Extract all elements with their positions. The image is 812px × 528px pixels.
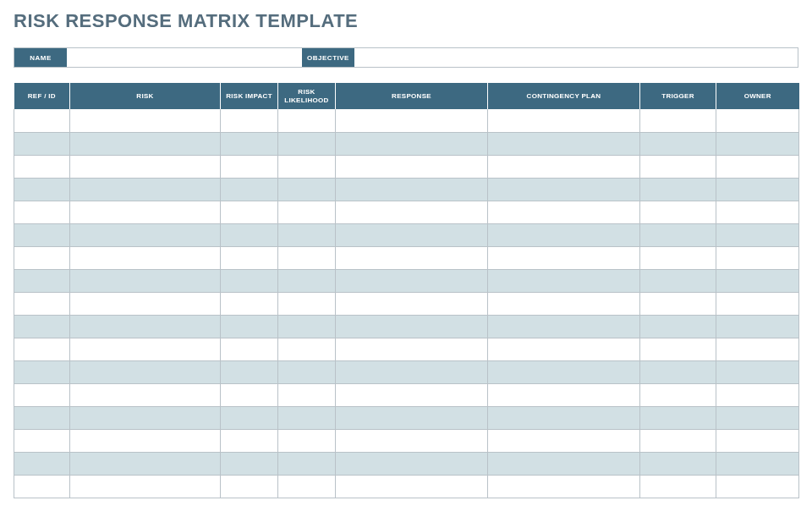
cell-input[interactable] [222, 157, 276, 176]
cell-input[interactable] [490, 111, 638, 130]
cell-input[interactable] [337, 409, 486, 427]
cell-input[interactable] [337, 111, 486, 130]
cell-input[interactable] [490, 249, 638, 267]
cell-input[interactable] [280, 249, 333, 267]
cell-input[interactable] [222, 477, 276, 496]
cell-input[interactable] [718, 272, 797, 290]
cell-input[interactable] [490, 272, 638, 290]
cell-input[interactable] [222, 454, 276, 473]
cell-input[interactable] [337, 317, 486, 336]
cell-input[interactable] [16, 294, 68, 313]
cell-input[interactable] [16, 249, 68, 267]
cell-input[interactable] [16, 135, 68, 153]
cell-input[interactable] [222, 432, 276, 450]
cell-input[interactable] [280, 317, 333, 336]
cell-input[interactable] [337, 386, 486, 404]
cell-input[interactable] [337, 180, 486, 199]
cell-input[interactable] [72, 135, 218, 153]
cell-input[interactable] [642, 272, 714, 290]
cell-input[interactable] [280, 454, 333, 473]
cell-input[interactable] [490, 409, 638, 427]
cell-input[interactable] [642, 157, 714, 176]
cell-input[interactable] [16, 386, 68, 404]
cell-input[interactable] [490, 135, 638, 153]
cell-input[interactable] [16, 317, 68, 336]
cell-input[interactable] [642, 249, 714, 267]
cell-input[interactable] [642, 317, 714, 336]
cell-input[interactable] [642, 203, 714, 222]
cell-input[interactable] [490, 203, 638, 222]
cell-input[interactable] [16, 454, 68, 473]
cell-input[interactable] [718, 317, 797, 336]
cell-input[interactable] [642, 477, 714, 496]
cell-input[interactable] [280, 340, 333, 359]
cell-input[interactable] [642, 363, 714, 382]
cell-input[interactable] [280, 135, 333, 153]
cell-input[interactable] [718, 226, 797, 245]
cell-input[interactable] [718, 111, 797, 130]
cell-input[interactable] [16, 180, 68, 199]
cell-input[interactable] [718, 135, 797, 153]
cell-input[interactable] [16, 432, 68, 450]
cell-input[interactable] [337, 226, 486, 245]
cell-input[interactable] [280, 363, 333, 382]
cell-input[interactable] [337, 249, 486, 267]
cell-input[interactable] [718, 340, 797, 359]
cell-input[interactable] [222, 135, 276, 153]
cell-input[interactable] [222, 340, 276, 359]
cell-input[interactable] [490, 294, 638, 313]
cell-input[interactable] [490, 454, 638, 473]
cell-input[interactable] [222, 203, 276, 222]
cell-input[interactable] [72, 386, 218, 404]
cell-input[interactable] [490, 180, 638, 199]
cell-input[interactable] [72, 409, 218, 427]
cell-input[interactable] [337, 157, 486, 176]
cell-input[interactable] [222, 317, 276, 336]
cell-input[interactable] [642, 180, 714, 199]
cell-input[interactable] [718, 432, 797, 450]
cell-input[interactable] [280, 432, 333, 450]
cell-input[interactable] [337, 294, 486, 313]
cell-input[interactable] [718, 157, 797, 176]
cell-input[interactable] [718, 454, 797, 473]
cell-input[interactable] [72, 294, 218, 313]
cell-input[interactable] [72, 454, 218, 473]
cell-input[interactable] [642, 135, 714, 153]
cell-input[interactable] [718, 180, 797, 199]
cell-input[interactable] [490, 157, 638, 176]
objective-input[interactable] [354, 48, 798, 67]
cell-input[interactable] [280, 386, 333, 404]
cell-input[interactable] [718, 386, 797, 404]
cell-input[interactable] [642, 454, 714, 473]
cell-input[interactable] [222, 180, 276, 199]
cell-input[interactable] [337, 272, 486, 290]
cell-input[interactable] [222, 294, 276, 313]
cell-input[interactable] [16, 111, 68, 130]
cell-input[interactable] [280, 477, 333, 496]
cell-input[interactable] [490, 340, 638, 359]
name-input[interactable] [67, 48, 302, 67]
cell-input[interactable] [16, 157, 68, 176]
cell-input[interactable] [280, 226, 333, 245]
cell-input[interactable] [72, 272, 218, 290]
cell-input[interactable] [642, 111, 714, 130]
cell-input[interactable] [72, 477, 218, 496]
cell-input[interactable] [72, 340, 218, 359]
cell-input[interactable] [280, 203, 333, 222]
cell-input[interactable] [16, 272, 68, 290]
cell-input[interactable] [490, 226, 638, 245]
cell-input[interactable] [16, 363, 68, 382]
cell-input[interactable] [16, 477, 68, 496]
cell-input[interactable] [718, 477, 797, 496]
cell-input[interactable] [718, 409, 797, 427]
cell-input[interactable] [16, 203, 68, 222]
cell-input[interactable] [280, 409, 333, 427]
cell-input[interactable] [222, 249, 276, 267]
cell-input[interactable] [280, 157, 333, 176]
cell-input[interactable] [280, 111, 333, 130]
cell-input[interactable] [222, 111, 276, 130]
cell-input[interactable] [72, 203, 218, 222]
cell-input[interactable] [72, 157, 218, 176]
cell-input[interactable] [490, 477, 638, 496]
cell-input[interactable] [337, 203, 486, 222]
